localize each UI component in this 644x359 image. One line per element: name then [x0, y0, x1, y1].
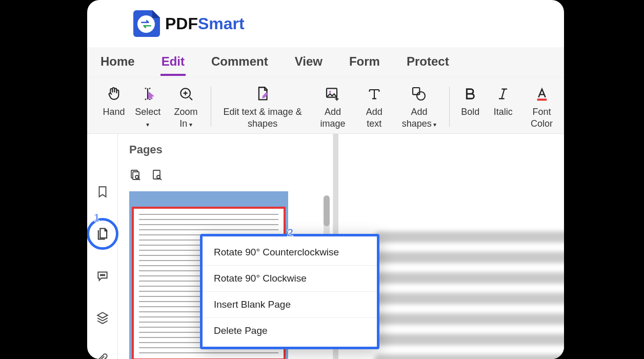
tool-add-shapes[interactable]: Add shapes — [393, 83, 445, 129]
font-color-icon — [533, 85, 551, 103]
menu-delete-page[interactable]: Delete Page — [203, 318, 377, 344]
svg-point-6 — [100, 274, 101, 275]
cursor-text-icon — [138, 85, 157, 103]
tool-select[interactable]: Select — [130, 83, 165, 129]
sidebar-pages-icon[interactable]: 1 — [95, 227, 110, 241]
tool-hand[interactable]: Hand — [97, 83, 130, 118]
sidebar-layers-icon[interactable] — [95, 311, 110, 324]
sidebar-comments-icon[interactable] — [95, 269, 110, 283]
tool-edit-text-shapes[interactable]: Edit text & image & shapes — [215, 83, 310, 129]
sidebar-bookmarks-icon[interactable] — [95, 185, 110, 198]
svg-point-7 — [102, 274, 103, 275]
tab-comment[interactable]: Comment — [210, 47, 269, 76]
hand-icon — [105, 85, 123, 103]
svg-point-13 — [157, 175, 160, 178]
pages-panel: Pages 2 Rotate 90° Counterclockw — [118, 134, 333, 359]
text-line-placeholder — [374, 231, 564, 243]
svg-rect-5 — [537, 98, 547, 101]
logo-text: PDFSmart — [165, 14, 245, 33]
tab-home[interactable]: Home — [99, 47, 136, 76]
page-search-prev-icon[interactable] — [129, 169, 142, 183]
main-tabs: Home Edit Comment View Form Protect — [87, 47, 564, 77]
image-plus-icon — [324, 85, 342, 103]
zoom-in-icon — [177, 85, 195, 103]
svg-point-8 — [104, 274, 105, 275]
document-page — [374, 154, 564, 359]
swap-arrows-icon — [139, 17, 153, 31]
edit-toolbar: Hand Select Zoom In — [87, 77, 564, 134]
tool-font-color[interactable]: Font Color — [519, 83, 564, 129]
tool-add-text[interactable]: Add text — [355, 83, 393, 129]
text-line-placeholder — [374, 313, 564, 325]
sidebar-attachments-icon[interactable] — [95, 352, 110, 359]
svg-point-4 — [417, 92, 425, 100]
logo-mark-icon — [133, 10, 160, 37]
pages-panel-title: Pages — [129, 143, 321, 156]
panel-scrollbar-thumb[interactable] — [324, 195, 330, 226]
text-line-placeholder — [374, 334, 564, 345]
tab-edit[interactable]: Edit — [160, 47, 186, 76]
tab-protect[interactable]: Protect — [406, 47, 450, 76]
text-line-placeholder — [374, 272, 564, 284]
tool-add-image[interactable]: Add image — [310, 83, 355, 129]
italic-icon — [494, 85, 512, 103]
tab-view[interactable]: View — [294, 47, 324, 76]
toolbar-divider — [211, 87, 211, 127]
tool-italic[interactable]: Italic — [487, 83, 519, 118]
edit-doc-icon — [253, 85, 272, 103]
text-line-placeholder — [374, 354, 564, 359]
step-badge-1: 1 — [94, 211, 100, 225]
app-logo: PDFSmart — [87, 0, 564, 47]
svg-point-2 — [329, 91, 331, 93]
menu-rotate-ccw[interactable]: Rotate 90° Counterclockwise — [203, 240, 377, 266]
tool-bold[interactable]: Bold — [454, 83, 487, 118]
step-highlight-1 — [87, 218, 118, 250]
left-sidebar: 1 — [87, 134, 118, 359]
tool-zoom-in[interactable]: Zoom In — [165, 83, 206, 129]
menu-rotate-cw[interactable]: Rotate 90° Clockwise — [203, 266, 377, 292]
tab-form[interactable]: Form — [348, 47, 381, 76]
text-line-placeholder — [374, 293, 564, 304]
text-line-placeholder — [374, 252, 564, 263]
bold-icon — [461, 85, 479, 103]
step-badge-2: 2 — [287, 226, 293, 240]
menu-insert-blank[interactable]: Insert Blank Page — [203, 292, 377, 318]
page-context-menu: Rotate 90° Counterclockwise Rotate 90° C… — [200, 234, 379, 349]
toolbar-divider — [449, 87, 450, 127]
text-icon — [365, 85, 384, 103]
shapes-icon — [410, 85, 428, 103]
page-search-next-icon[interactable] — [151, 169, 163, 183]
svg-rect-3 — [413, 88, 419, 94]
